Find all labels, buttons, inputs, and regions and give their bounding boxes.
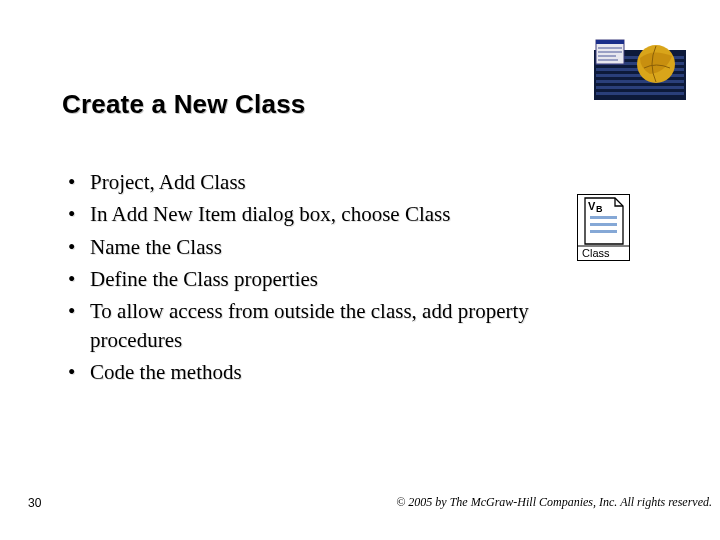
svg-rect-11 xyxy=(598,47,622,49)
list-item: Name the Class xyxy=(62,233,562,261)
bullet-list: Project, Add Class In Add New Item dialo… xyxy=(62,168,562,390)
page-number: 30 xyxy=(28,496,41,510)
list-item: To allow access from outside the class, … xyxy=(62,297,562,354)
list-item: Project, Add Class xyxy=(62,168,562,196)
svg-rect-12 xyxy=(598,51,622,53)
svg-rect-6 xyxy=(596,86,684,89)
svg-rect-17 xyxy=(590,223,617,226)
svg-rect-10 xyxy=(596,40,624,44)
list-item: In Add New Item dialog box, choose Class xyxy=(62,200,562,228)
svg-rect-14 xyxy=(598,59,618,61)
svg-rect-5 xyxy=(596,80,684,83)
svg-rect-16 xyxy=(590,216,617,219)
svg-rect-13 xyxy=(598,55,616,57)
svg-rect-18 xyxy=(590,230,617,233)
header-illustration xyxy=(594,38,686,100)
class-icon-caption: Class xyxy=(582,247,610,259)
slide-title: Create a New Class xyxy=(62,89,306,120)
vb-class-file-icon: V B Class xyxy=(577,194,630,261)
copyright-notice: © 2005 by The McGraw-Hill Companies, Inc… xyxy=(292,495,712,510)
list-item: Define the Class properties xyxy=(62,265,562,293)
slide: Create a New Class Project, Add Class In… xyxy=(0,0,720,540)
vb-tag-label: V xyxy=(588,200,596,212)
svg-rect-7 xyxy=(596,92,684,95)
list-item: Code the methods xyxy=(62,358,562,386)
vb-tag-label: B xyxy=(596,204,603,214)
